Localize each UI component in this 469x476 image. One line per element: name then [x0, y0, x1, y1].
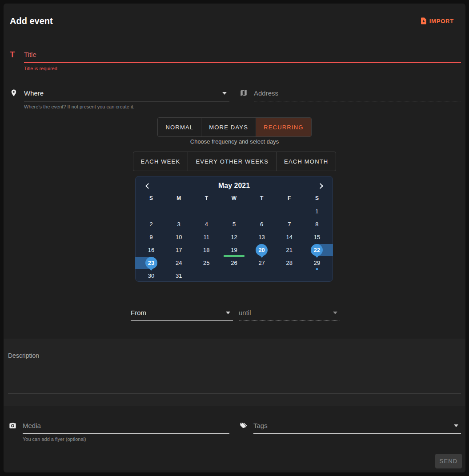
calendar-day-10[interactable]: 10 — [165, 231, 192, 244]
tab-more-days[interactable]: MORE DAYS — [201, 118, 256, 136]
tags-icon — [239, 421, 250, 430]
day-number: 5 — [232, 221, 236, 228]
calendar-day-3[interactable]: 3 — [165, 218, 192, 231]
prev-month-button[interactable] — [142, 181, 152, 191]
address-field: Address — [240, 88, 461, 101]
tab-each-week[interactable]: EACH WEEK — [133, 152, 188, 171]
calendar-day-6[interactable]: 6 — [248, 218, 276, 231]
until-select[interactable]: until — [239, 308, 340, 320]
tags-field[interactable]: Tags — [239, 420, 461, 434]
day-number: 10 — [176, 234, 182, 240]
calendar-day-empty — [165, 205, 192, 218]
description-input[interactable]: Description — [8, 352, 39, 359]
send-button[interactable]: SEND — [435, 454, 462, 468]
calendar-day-empty — [303, 269, 331, 282]
calendar-day-empty — [248, 269, 276, 282]
calendar-day-29[interactable]: 29 — [303, 256, 331, 269]
where-field[interactable]: Where Where's the event? If not present … — [10, 88, 229, 109]
calendar-day-empty — [248, 205, 276, 218]
calendar-month-label: May 2021 — [152, 182, 316, 190]
calendar-day-14[interactable]: 14 — [276, 231, 303, 244]
day-number: 7 — [288, 221, 291, 228]
until-select-label: until — [239, 309, 251, 316]
calendar-day-empty — [220, 205, 248, 218]
calendar-day-5[interactable]: 5 — [220, 218, 248, 231]
until-field: until — [239, 308, 340, 321]
calendar-day-1[interactable]: 1 — [303, 205, 331, 218]
camera-icon — [8, 421, 19, 430]
title-underline — [24, 62, 461, 63]
day-number: 14 — [286, 234, 293, 240]
day-number: 27 — [258, 260, 265, 266]
next-month-button[interactable] — [316, 181, 326, 191]
tab-each-month[interactable]: EACH MONTH — [276, 152, 336, 171]
tags-select-label: Tags — [253, 422, 268, 429]
day-number: 16 — [148, 247, 154, 253]
import-button[interactable]: IMPORT — [420, 17, 454, 25]
calendar-day-18[interactable]: 18 — [192, 244, 220, 256]
calendar-day-empty — [192, 269, 220, 282]
selected-day-marker: 23 — [145, 257, 157, 269]
from-select-label: From — [131, 309, 146, 316]
from-select[interactable]: From — [131, 308, 233, 320]
tags-select[interactable]: Tags — [253, 420, 461, 433]
day-number: 6 — [260, 221, 263, 228]
day-number: 26 — [231, 260, 237, 266]
calendar-day-8[interactable]: 8 — [303, 218, 331, 231]
media-field[interactable]: Media You can add a flyer (optional) — [8, 420, 229, 442]
title-input[interactable]: Title — [24, 49, 461, 62]
day-number: 29 — [314, 260, 320, 266]
calendar-day-30[interactable]: 30 — [137, 269, 165, 282]
calendar-day-22[interactable]: 22 — [303, 244, 331, 256]
address-input[interactable]: Address — [254, 88, 461, 101]
chevron-right-icon — [317, 183, 323, 189]
calendar-day-21[interactable]: 21 — [276, 244, 303, 256]
day-number: 2 — [149, 221, 152, 228]
calendar-day-31[interactable]: 31 — [165, 269, 192, 282]
day-number: 19 — [231, 247, 237, 253]
day-number: 11 — [204, 234, 210, 240]
calendar-day-15[interactable]: 15 — [303, 231, 331, 244]
calendar-day-11[interactable]: 11 — [192, 231, 220, 244]
calendar-day-20[interactable]: 20 — [248, 244, 276, 256]
day-number: 9 — [149, 234, 152, 240]
day-number: 28 — [286, 260, 293, 266]
calendar-day-7[interactable]: 7 — [276, 218, 303, 231]
chevron-down-icon — [333, 312, 337, 314]
tab-recurring[interactable]: RECURRING — [256, 118, 311, 136]
calendar-day-17[interactable]: 17 — [165, 244, 192, 256]
from-field[interactable]: From — [131, 308, 233, 321]
day-number: 12 — [231, 234, 237, 240]
where-select[interactable]: Where — [24, 88, 229, 101]
calendar-day-13[interactable]: 13 — [248, 231, 276, 244]
address-underline — [254, 101, 461, 101]
tab-normal[interactable]: NORMAL — [158, 118, 201, 136]
media-input[interactable]: Media — [23, 420, 229, 433]
calendar-day-26[interactable]: 26 — [220, 256, 248, 269]
calendar-day-2[interactable]: 2 — [137, 218, 165, 231]
day-number: 17 — [176, 247, 182, 253]
calendar-day-header: W — [220, 195, 248, 201]
location-pin-icon — [10, 89, 20, 97]
from-underline — [131, 320, 233, 321]
day-number: 30 — [148, 272, 154, 279]
calendar-day-4[interactable]: 4 — [192, 218, 220, 231]
description-underline — [8, 393, 461, 393]
calendar-day-28[interactable]: 28 — [276, 256, 303, 269]
calendar-day-23[interactable]: 23 — [137, 256, 165, 269]
calendar-day-9[interactable]: 9 — [137, 231, 165, 244]
calendar-day-19[interactable]: 19 — [220, 244, 248, 256]
calendar-day-12[interactable]: 12 — [220, 231, 248, 244]
tab-every-other-weeks[interactable]: EVERY OTHER WEEKS — [188, 152, 276, 171]
day-number: 31 — [176, 272, 182, 279]
calendar-day-16[interactable]: 16 — [137, 244, 165, 256]
calendar-header: May 2021 — [136, 176, 333, 191]
calendar-day-27[interactable]: 27 — [248, 256, 276, 269]
title-error-text: Title is required — [24, 66, 461, 71]
calendar-day-25[interactable]: 25 — [192, 256, 220, 269]
day-number: 18 — [203, 247, 209, 253]
day-number: 1 — [315, 208, 318, 215]
title-field[interactable]: T Title Title is required — [10, 49, 461, 71]
calendar-day-24[interactable]: 24 — [165, 256, 192, 269]
day-number: 15 — [314, 234, 320, 240]
